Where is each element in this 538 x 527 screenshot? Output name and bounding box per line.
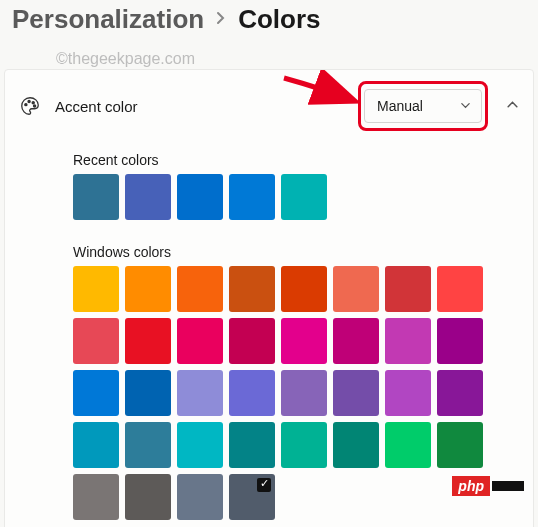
color-swatch[interactable]	[437, 266, 483, 312]
breadcrumb: Personalization Colors	[0, 0, 538, 43]
breadcrumb-current: Colors	[238, 4, 320, 35]
color-swatch[interactable]	[437, 318, 483, 364]
color-swatch[interactable]	[229, 266, 275, 312]
chevron-down-icon	[460, 98, 471, 114]
svg-point-2	[32, 102, 34, 104]
color-swatch[interactable]	[229, 474, 275, 520]
color-swatch[interactable]	[177, 422, 223, 468]
color-swatch[interactable]	[333, 370, 379, 416]
watermark-text: ©thegeekpage.com	[56, 50, 195, 68]
color-swatch[interactable]	[385, 422, 431, 468]
color-swatch[interactable]	[73, 174, 119, 220]
color-swatch[interactable]	[333, 422, 379, 468]
dropdown-value: Manual	[377, 98, 423, 114]
recent-colors-section: Recent colors	[19, 128, 519, 220]
color-swatch[interactable]	[73, 370, 119, 416]
color-swatch[interactable]	[73, 266, 119, 312]
badge-tail	[492, 481, 524, 491]
accent-color-label: Accent color	[55, 98, 350, 115]
color-swatch[interactable]	[281, 318, 327, 364]
collapse-button[interactable]	[506, 97, 519, 115]
php-badge-text: php	[452, 476, 490, 496]
color-swatch[interactable]	[125, 266, 171, 312]
accent-color-header: Accent color Manual	[19, 84, 519, 128]
color-swatch[interactable]	[281, 174, 327, 220]
color-swatch[interactable]	[229, 422, 275, 468]
color-swatch[interactable]	[333, 266, 379, 312]
palette-icon	[19, 95, 41, 117]
windows-colors-section: Windows colors	[19, 220, 519, 520]
recent-colors-title: Recent colors	[73, 152, 505, 168]
color-swatch[interactable]	[229, 370, 275, 416]
color-swatch[interactable]	[73, 318, 119, 364]
recent-colors-grid	[73, 174, 505, 220]
svg-point-3	[33, 105, 35, 107]
color-swatch[interactable]	[437, 422, 483, 468]
color-swatch[interactable]	[125, 370, 171, 416]
color-swatch[interactable]	[385, 318, 431, 364]
color-swatch[interactable]	[177, 318, 223, 364]
color-swatch[interactable]	[385, 370, 431, 416]
color-swatch[interactable]	[385, 266, 431, 312]
breadcrumb-parent[interactable]: Personalization	[12, 4, 204, 35]
accent-color-panel: Accent color Manual Recent colors Window…	[4, 69, 534, 527]
svg-point-1	[28, 101, 30, 103]
color-swatch[interactable]	[125, 318, 171, 364]
color-swatch[interactable]	[177, 474, 223, 520]
svg-point-0	[25, 104, 27, 106]
color-swatch[interactable]	[229, 174, 275, 220]
color-swatch[interactable]	[437, 370, 483, 416]
accent-mode-dropdown[interactable]: Manual	[364, 89, 482, 123]
color-swatch[interactable]	[73, 474, 119, 520]
windows-colors-grid	[73, 266, 505, 520]
color-swatch[interactable]	[281, 370, 327, 416]
color-swatch[interactable]	[177, 174, 223, 220]
chevron-right-icon	[216, 9, 226, 30]
color-swatch[interactable]	[281, 266, 327, 312]
color-swatch[interactable]	[281, 422, 327, 468]
color-swatch[interactable]	[73, 422, 119, 468]
windows-colors-title: Windows colors	[73, 244, 505, 260]
color-swatch[interactable]	[177, 370, 223, 416]
color-swatch[interactable]	[125, 474, 171, 520]
color-swatch[interactable]	[177, 266, 223, 312]
color-swatch[interactable]	[125, 422, 171, 468]
php-watermark-badge: php	[452, 476, 524, 496]
color-swatch[interactable]	[333, 318, 379, 364]
color-swatch[interactable]	[125, 174, 171, 220]
color-swatch[interactable]	[229, 318, 275, 364]
